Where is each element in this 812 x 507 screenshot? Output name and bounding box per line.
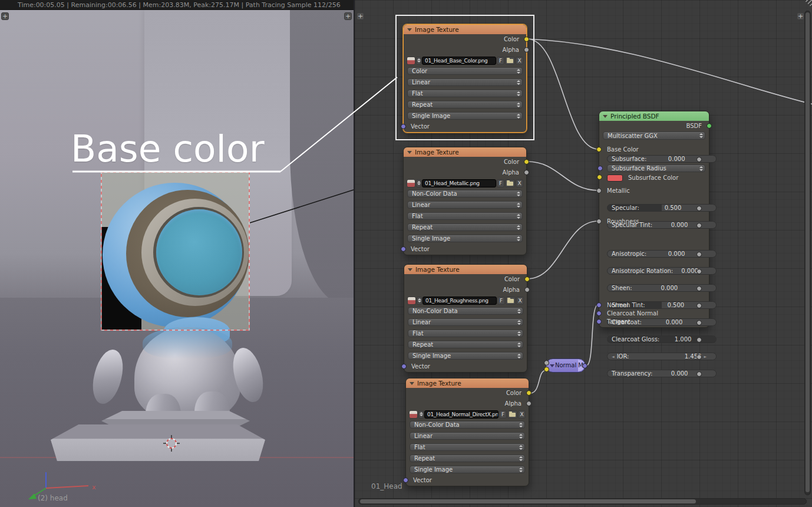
socket-normal-output[interactable] xyxy=(582,363,587,368)
source-select[interactable]: Single Image xyxy=(407,112,523,120)
node-normal-map-collapsed[interactable]: Normal M xyxy=(546,358,586,373)
interpolation-select[interactable]: Linear xyxy=(407,201,523,209)
projection-select[interactable]: Flat xyxy=(410,443,525,451)
node-image-texture-roughness[interactable]: Image Texture Color Alpha 01_Head_Roughn… xyxy=(404,264,527,373)
specular-slider[interactable]: Specular:0.500 xyxy=(607,204,717,212)
open-image-folder-icon[interactable] xyxy=(506,297,516,305)
clearcoat-gloss-slider[interactable]: Clearcoat Gloss:1.000 xyxy=(607,335,717,343)
horizontal-scrollbar[interactable] xyxy=(358,498,807,505)
extension-select[interactable]: Repeat xyxy=(410,455,525,462)
image-browse-stepper[interactable] xyxy=(418,410,424,419)
collapse-icon[interactable] xyxy=(408,268,412,271)
subsurface-slider[interactable]: Subsurface:0.000 xyxy=(607,155,717,163)
open-image-folder-icon[interactable] xyxy=(507,410,517,419)
decrement-arrow-icon[interactable]: ◄ xyxy=(612,354,615,358)
shader-node-editor[interactable]: Image Texture Color Alpha 01_Head_Base_C… xyxy=(354,0,812,507)
color-space-select[interactable]: Non-Color Data xyxy=(408,307,523,315)
socket-color-output[interactable] xyxy=(524,276,530,282)
image-preview-icon[interactable] xyxy=(407,57,415,65)
interpolation-select[interactable]: Linear xyxy=(410,432,525,440)
open-image-folder-icon[interactable] xyxy=(505,57,515,65)
extension-select[interactable]: Repeat xyxy=(407,101,523,108)
node-header[interactable]: Image Texture xyxy=(404,265,527,274)
open-node-toolbar-button[interactable]: + xyxy=(357,12,364,20)
socket-roughness[interactable] xyxy=(596,219,602,224)
socket-vector-input[interactable] xyxy=(401,364,407,369)
node-header[interactable]: Image Texture xyxy=(406,378,529,388)
color-space-select[interactable]: Non-Color Data xyxy=(407,190,523,197)
color-space-select[interactable]: Color xyxy=(407,67,523,75)
image-name-field[interactable]: 01_Head_Metallic.png xyxy=(422,179,496,187)
socket-vector-input[interactable] xyxy=(403,478,408,483)
node-principled-bsdf[interactable]: Principled BSDF BSDF Multiscatter GGX Ba… xyxy=(599,111,709,328)
socket-anisotropic-rotation[interactable] xyxy=(697,269,702,274)
fake-user-button[interactable]: F xyxy=(499,410,507,419)
open-toolbar-button[interactable]: + xyxy=(1,12,9,20)
open-node-sidebar-button[interactable]: + xyxy=(797,12,804,20)
socket-vector-input[interactable] xyxy=(401,246,406,252)
socket-alpha-output[interactable] xyxy=(524,287,530,292)
socket-anisotropic[interactable] xyxy=(697,252,702,257)
unlink-icon[interactable]: X xyxy=(518,410,526,419)
socket-alpha-output[interactable] xyxy=(526,401,532,406)
collapse-icon[interactable] xyxy=(410,382,414,385)
fake-user-button[interactable]: F xyxy=(497,57,504,65)
increment-arrow-icon[interactable]: ► xyxy=(704,354,707,358)
socket-color-output[interactable] xyxy=(524,37,529,42)
node-image-texture-basecolor[interactable]: Image Texture Color Alpha 01_Head_Base_C… xyxy=(403,24,527,133)
collapse-icon[interactable] xyxy=(603,115,608,118)
socket-strength-input[interactable] xyxy=(544,360,549,366)
socket-bsdf-output[interactable] xyxy=(707,123,712,129)
area-corner-handle[interactable] xyxy=(803,0,812,9)
ior-number-field[interactable]: ◄IOR:1.450► xyxy=(607,353,717,360)
image-name-field[interactable]: 01_Head_Roughness.png xyxy=(422,297,497,305)
socket-specular-tint[interactable] xyxy=(697,223,702,228)
socket-sheen[interactable] xyxy=(697,286,702,291)
socket-clearcoat-gloss[interactable] xyxy=(697,337,702,343)
anisotropic-slider[interactable]: Anisotropic:0.000 xyxy=(607,250,717,258)
collapse-icon[interactable] xyxy=(407,151,412,154)
sheen-slider[interactable]: Sheen:0.000 xyxy=(607,284,717,292)
horizontal-scrollbar-thumb[interactable] xyxy=(360,499,696,503)
vertical-scrollbar-thumb[interactable] xyxy=(806,12,810,492)
projection-select[interactable]: Flat xyxy=(407,212,523,220)
socket-transparency[interactable] xyxy=(697,371,702,377)
subsurface-radius-select[interactable]: Subsurface Radius xyxy=(607,164,705,172)
node-header[interactable]: Image Texture xyxy=(404,147,526,157)
socket-vector-input[interactable] xyxy=(401,124,406,129)
collapse-icon[interactable] xyxy=(407,28,412,31)
fake-user-button[interactable]: F xyxy=(497,297,505,305)
viewport-3d[interactable]: Time:00:05.05 | Remaining:00:06.56 | Mem… xyxy=(0,0,354,507)
socket-subsurface-color[interactable] xyxy=(597,175,602,180)
image-name-field[interactable]: 01_Head_Base_Color.png xyxy=(422,57,496,65)
interpolation-select[interactable]: Linear xyxy=(408,318,523,326)
socket-color-output[interactable] xyxy=(526,390,532,396)
socket-color-input[interactable] xyxy=(544,367,549,372)
node-header[interactable]: Principled BSDF xyxy=(599,111,709,121)
extension-select[interactable]: Repeat xyxy=(407,223,523,231)
interpolation-select[interactable]: Linear xyxy=(407,78,523,86)
socket-alpha-output[interactable] xyxy=(524,170,529,175)
socket-subsurface-radius[interactable] xyxy=(598,166,603,171)
socket-sheen-tint[interactable] xyxy=(697,303,702,308)
socket-normal[interactable] xyxy=(596,302,602,308)
socket-alpha-output[interactable] xyxy=(524,47,529,52)
socket-clearcoat[interactable] xyxy=(697,320,702,325)
unlink-icon[interactable]: X xyxy=(516,179,523,187)
transparency-slider[interactable]: Transparency:0.000 xyxy=(607,370,717,377)
image-name-field[interactable]: 01_Head_Normal_DirectX.png xyxy=(424,410,499,419)
node-header[interactable]: Image Texture xyxy=(404,25,526,34)
node-image-texture-normal[interactable]: Image Texture Color Alpha 01_Head_Normal… xyxy=(405,378,529,486)
image-preview-icon[interactable] xyxy=(409,410,418,419)
image-browse-stepper[interactable] xyxy=(417,297,422,305)
extension-select[interactable]: Repeat xyxy=(408,341,523,348)
image-browse-stepper[interactable] xyxy=(416,57,421,65)
projection-select[interactable]: Flat xyxy=(407,90,523,97)
socket-tangent[interactable] xyxy=(596,319,602,324)
node-image-texture-metallic[interactable]: Image Texture Color Alpha 01_Head_Metall… xyxy=(403,147,527,255)
open-image-folder-icon[interactable] xyxy=(505,179,515,187)
image-preview-icon[interactable] xyxy=(407,179,415,187)
projection-select[interactable]: Flat xyxy=(408,330,523,337)
socket-color-output[interactable] xyxy=(524,159,529,164)
fake-user-button[interactable]: F xyxy=(497,179,504,187)
